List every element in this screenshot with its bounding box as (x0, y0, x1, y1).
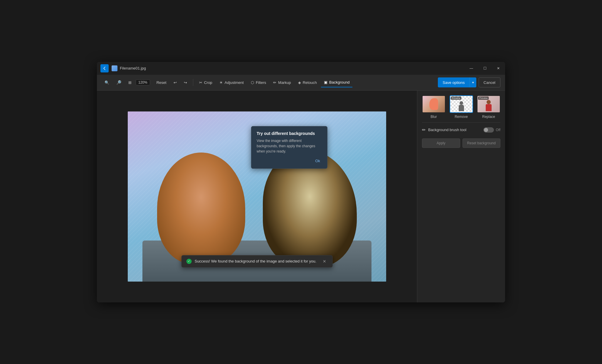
dropdown-chevron-icon: ▾ (472, 81, 474, 84)
toast-message: Success! We found the background of the … (195, 259, 317, 263)
success-icon: ✓ (186, 259, 192, 264)
person-body (459, 105, 464, 111)
toggle-thumb (484, 128, 488, 132)
undo-icon: ↩ (174, 80, 177, 85)
save-options-dropdown-button[interactable]: ▾ (470, 77, 476, 87)
preview-badge: Preview (451, 96, 461, 100)
zoom-out-button[interactable]: 🔎 (113, 77, 124, 87)
reset-label: Reset (157, 80, 167, 85)
apply-button[interactable]: Apply (422, 138, 460, 148)
replace-thumbnail: Preview (477, 95, 500, 113)
blur-thumbnail (422, 95, 445, 113)
replace-body (486, 104, 492, 111)
retouch-tool-button[interactable]: ◈ Retouch (295, 77, 320, 87)
toggle-switch[interactable]: Off (483, 127, 500, 133)
back-button[interactable] (100, 64, 109, 72)
app-window: Filename01.jpg — ☐ ✕ 🔍 🔎 ⊞ 120% Reset ↩ (97, 62, 505, 302)
brush-icon: ✏ (422, 127, 426, 133)
tooltip-ok-button[interactable]: Ok (313, 158, 322, 164)
reset-button[interactable]: Reset (154, 77, 169, 87)
tooltip-ok-label: Ok (315, 159, 320, 163)
canvas-area: Try out different backgrounds View the i… (97, 91, 417, 302)
panel-divider (422, 122, 500, 123)
toggle-state-label: Off (496, 128, 500, 132)
filters-label: Filters (256, 80, 266, 85)
save-options-button[interactable]: Save options (438, 77, 469, 87)
blur-thumb-image (423, 96, 445, 112)
tooltip-popup: Try out different backgrounds View the i… (251, 126, 327, 169)
toggle-track[interactable] (483, 127, 494, 133)
replace-label: Replace (482, 115, 495, 119)
adjustment-icon: ☀ (219, 80, 223, 85)
zoom-controls: 🔍 🔎 ⊞ 120% (102, 77, 150, 87)
retouch-icon: ◈ (298, 80, 301, 85)
fit-icon: ⊞ (128, 80, 132, 85)
filters-icon: ⬡ (251, 80, 254, 85)
markup-tool-button[interactable]: ✏ Markup (270, 77, 294, 87)
main-content: Try out different backgrounds View the i… (97, 91, 505, 302)
cancel-label: Cancel (484, 80, 495, 85)
toolbar-right: Save options ▾ Cancel (438, 77, 500, 87)
blur-option[interactable]: Blur (422, 95, 445, 119)
remove-label: Remove (455, 115, 468, 119)
titlebar: Filename01.jpg — ☐ ✕ (97, 62, 505, 75)
markup-icon: ✏ (273, 80, 276, 85)
remove-person (459, 101, 464, 111)
fit-button[interactable]: ⊞ (125, 77, 134, 87)
retouch-label: Retouch (303, 80, 317, 85)
save-options-group: Save options ▾ (438, 77, 476, 87)
right-panel: Blur Preview Remove (417, 91, 505, 302)
background-options: Blur Preview Remove (422, 95, 500, 119)
reset-background-button[interactable]: Reset background (463, 138, 501, 148)
redo-button[interactable]: ↪ (181, 77, 190, 87)
undo-button[interactable]: ↩ (171, 77, 180, 87)
window-controls: — ☐ ✕ (465, 62, 505, 75)
crop-tool-button[interactable]: ✂ Crop (196, 77, 215, 87)
zoom-out-icon: 🔎 (116, 80, 121, 85)
app-icon (112, 65, 117, 71)
maximize-button[interactable]: ☐ (478, 62, 492, 75)
zoom-in-button[interactable]: 🔍 (102, 77, 112, 87)
brush-tool-row: ✏ Background brush tool Off (422, 126, 500, 134)
markup-label: Markup (278, 80, 291, 85)
background-icon: ▣ (324, 80, 327, 84)
cancel-button[interactable]: Cancel (479, 77, 500, 87)
replace-thumb-image: Preview (477, 96, 500, 112)
redo-icon: ↪ (184, 80, 187, 85)
apply-label: Apply (437, 141, 445, 145)
crop-label: Crop (204, 80, 212, 85)
tooltip-title: Try out different backgrounds (257, 131, 322, 136)
adjustment-tool-button[interactable]: ☀ Adjustment (216, 77, 247, 87)
crop-icon: ✂ (199, 80, 202, 85)
remove-thumbnail: Preview (450, 95, 473, 113)
filters-tool-button[interactable]: ⬡ Filters (248, 77, 269, 87)
blur-label: Blur (431, 115, 437, 119)
flamingo-element (429, 98, 438, 110)
dog-left-element (157, 153, 245, 264)
toolbar-divider (193, 79, 193, 86)
replace-option[interactable]: Preview Replace (477, 95, 500, 119)
replace-head (487, 100, 491, 104)
toast-notification: ✓ Success! We found the background of th… (181, 255, 333, 268)
remove-option[interactable]: Preview Remove (450, 95, 473, 119)
save-options-label: Save options (443, 80, 465, 85)
brush-tool-label: Background brush tool (428, 128, 481, 132)
image-container: Try out different backgrounds View the i… (128, 111, 386, 282)
window-title: Filename01.jpg (120, 66, 146, 70)
background-tool-button[interactable]: ▣ Background (321, 77, 352, 87)
reset-background-label: Reset background (467, 141, 496, 145)
toolbar: 🔍 🔎 ⊞ 120% Reset ↩ ↪ ✂ Crop ☀ Adjustm (97, 75, 505, 91)
toast-close-button[interactable]: ✕ (322, 258, 327, 264)
person-head (460, 101, 463, 105)
zoom-in-icon: 🔍 (105, 80, 109, 85)
close-icon: ✕ (323, 259, 326, 264)
minimize-button[interactable]: — (465, 62, 478, 75)
close-button[interactable]: ✕ (492, 62, 505, 75)
panel-actions: Apply Reset background (422, 138, 500, 148)
tooltip-text: View the image with different background… (257, 138, 322, 154)
replace-person (486, 100, 492, 111)
zoom-level: 120% (136, 79, 150, 85)
replace-preview-badge: Preview (478, 96, 489, 100)
adjustment-label: Adjustment (225, 80, 244, 85)
background-label: Background (329, 80, 349, 84)
